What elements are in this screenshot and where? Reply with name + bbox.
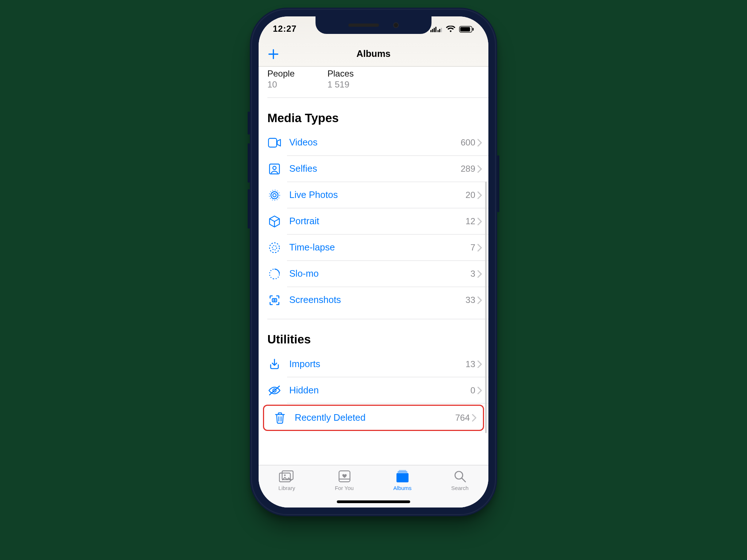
slomo-row[interactable]: Slo-mo 3: [259, 261, 488, 287]
svg-rect-8: [460, 27, 470, 31]
svg-point-13: [273, 194, 276, 197]
svg-rect-23: [279, 473, 290, 482]
albums-icon: [395, 470, 410, 483]
portrait-icon: [267, 215, 282, 228]
divider: [267, 97, 488, 98]
chevron-right-icon: [477, 191, 482, 199]
row-count: 764: [455, 413, 470, 423]
slomo-icon: [267, 268, 282, 280]
selfie-icon: [267, 163, 282, 175]
screenshot-icon: [267, 294, 282, 306]
svg-rect-9: [473, 28, 474, 31]
scroll-indicator: [485, 182, 487, 433]
portrait-row[interactable]: Portrait 12: [259, 209, 488, 235]
silent-switch: [248, 112, 250, 135]
row-label: Time-lapse: [289, 242, 471, 253]
row-label: Imports: [289, 359, 465, 370]
search-icon: [453, 470, 467, 483]
notch: [316, 16, 431, 34]
row-count: 20: [465, 190, 475, 200]
tab-search[interactable]: Search: [451, 470, 469, 508]
row-label: Screenshots: [289, 295, 465, 306]
status-time: 12:27: [273, 24, 297, 34]
import-icon: [267, 358, 282, 370]
screenshots-row[interactable]: Screenshots 33: [259, 287, 488, 314]
row-label: Portrait: [289, 216, 465, 227]
svg-point-31: [455, 471, 462, 479]
chevron-right-icon: [477, 218, 482, 225]
svg-line-22: [270, 386, 279, 395]
volume-down-button: [248, 189, 250, 229]
front-camera: [393, 23, 399, 28]
row-label: Recently Deleted: [295, 412, 455, 423]
row-count: 12: [465, 217, 475, 226]
svg-point-16: [272, 246, 277, 250]
chevron-right-icon: [477, 387, 482, 394]
phone-screen: 12:27 Albums: [259, 16, 488, 508]
row-count: 3: [471, 269, 475, 279]
tab-for-you[interactable]: For You: [335, 470, 354, 508]
svg-rect-19: [272, 299, 277, 302]
places-label: Places: [328, 69, 354, 79]
divider: [267, 319, 488, 320]
svg-rect-5: [439, 29, 440, 32]
live-photos-row[interactable]: Live Photos 20: [259, 182, 488, 209]
hidden-icon: [267, 385, 282, 397]
for-you-icon: [338, 470, 351, 483]
status-bar: 12:27: [259, 16, 488, 42]
places-count: 1 519: [328, 80, 354, 90]
row-label: Slo-mo: [289, 269, 471, 280]
battery-icon: [459, 26, 474, 33]
row-label: Videos: [289, 137, 461, 148]
selfies-row[interactable]: Selfies 289: [259, 156, 488, 182]
svg-rect-3: [436, 27, 437, 32]
places-album[interactable]: Places 1 519: [328, 69, 354, 90]
row-label: Live Photos: [289, 190, 465, 201]
tab-label: Search: [451, 485, 469, 491]
media-types-header: Media Types: [259, 98, 488, 130]
svg-point-14: [271, 192, 278, 199]
svg-point-15: [269, 190, 280, 201]
svg-rect-0: [430, 30, 431, 32]
hidden-row[interactable]: Hidden 0: [259, 377, 488, 404]
chevron-right-icon: [477, 296, 482, 304]
phone-frame: 12:27 Albums: [250, 8, 497, 516]
svg-point-12: [273, 166, 276, 170]
live-photo-icon: [267, 189, 282, 201]
chevron-right-icon: [477, 139, 482, 147]
videos-row[interactable]: Videos 600: [259, 130, 488, 156]
chevron-right-icon: [477, 361, 482, 368]
utilities-header: Utilities: [259, 319, 488, 351]
timelapse-row[interactable]: Time-lapse 7: [259, 235, 488, 261]
svg-point-20: [274, 300, 275, 301]
wifi-icon: [446, 26, 456, 32]
svg-point-21: [273, 389, 276, 392]
svg-line-32: [462, 478, 465, 482]
add-button[interactable]: [267, 48, 279, 60]
trash-icon: [273, 412, 287, 424]
tab-albums[interactable]: Albums: [393, 470, 411, 508]
chevron-right-icon: [472, 414, 476, 422]
video-icon: [267, 137, 282, 149]
tab-label: Library: [278, 485, 295, 491]
svg-rect-11: [270, 164, 279, 174]
earpiece-speaker: [348, 24, 379, 27]
summary-row: People 10 Places 1 519: [259, 67, 488, 97]
albums-content[interactable]: People 10 Places 1 519 Media Types Video…: [259, 67, 488, 465]
svg-rect-1: [432, 29, 433, 32]
chevron-right-icon: [477, 165, 482, 173]
library-icon: [279, 470, 295, 483]
tab-library[interactable]: Library: [278, 470, 295, 508]
imports-row[interactable]: Imports 13: [259, 351, 488, 377]
recently-deleted-row[interactable]: Recently Deleted 764: [263, 405, 484, 431]
people-count: 10: [267, 80, 295, 90]
people-album[interactable]: People 10: [267, 69, 295, 90]
timelapse-icon: [267, 242, 282, 254]
dual-sim-signal-icon: [430, 26, 442, 32]
svg-point-17: [270, 243, 279, 253]
power-button: [497, 155, 499, 212]
home-indicator[interactable]: [337, 501, 410, 503]
svg-point-25: [284, 474, 286, 476]
volume-up-button: [248, 143, 250, 183]
row-label: Hidden: [289, 385, 471, 396]
